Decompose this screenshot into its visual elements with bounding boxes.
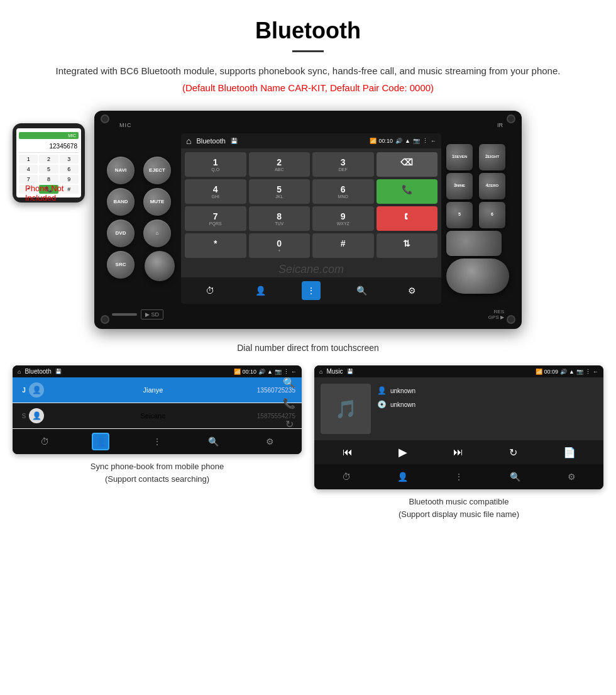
nav-clock-icon[interactable]: ⏱ bbox=[201, 281, 219, 300]
pb-letter-s: S bbox=[19, 413, 29, 420]
dial-key-hangup[interactable]: 🕻 bbox=[377, 206, 438, 231]
music-item: ⌂ Music 💾 📶 00:09 🔊 ▲ 📷 ⋮ ← 🎵 bbox=[314, 365, 603, 520]
pb-nav-search[interactable]: 🔍 bbox=[205, 433, 223, 450]
music-nav-clock[interactable]: ⏱ bbox=[338, 468, 355, 486]
pb-search-icon[interactable]: 🔍 bbox=[283, 377, 295, 389]
phone-key-3[interactable]: 3 bbox=[60, 155, 79, 164]
pb-home-icon[interactable]: ⌂ bbox=[18, 369, 21, 375]
btn-src[interactable]: SRC bbox=[107, 251, 135, 279]
dial-key-9[interactable]: 9WXYZ bbox=[312, 206, 374, 231]
btn-1-seven[interactable]: 1SEVEN bbox=[446, 144, 473, 170]
btn-band[interactable]: BAND bbox=[107, 188, 135, 216]
music-home-icon[interactable]: ⌂ bbox=[319, 369, 322, 375]
btn-6[interactable]: 6 bbox=[479, 202, 505, 228]
pb-nav-clock[interactable]: ⏱ bbox=[36, 433, 53, 450]
phone-key-1[interactable]: 1 bbox=[19, 155, 38, 164]
pb-refresh-icon[interactable]: ↻ bbox=[283, 418, 295, 430]
nav-settings-icon[interactable]: ⚙ bbox=[403, 281, 422, 300]
left-knob[interactable] bbox=[145, 251, 175, 281]
pb-back-icon[interactable]: ← bbox=[291, 369, 297, 375]
music-next-btn[interactable]: ⏭ bbox=[453, 447, 463, 458]
pb-name-seicane: Seicane bbox=[49, 412, 257, 420]
pb-app-name: Bluetooth bbox=[25, 368, 51, 375]
dial-key-transfer[interactable]: ⇅ bbox=[377, 233, 438, 258]
btn-4-zero[interactable]: 4ZERO bbox=[479, 173, 505, 199]
btn-eject[interactable]: EJECT bbox=[143, 157, 171, 184]
dial-key-5[interactable]: 5JKL bbox=[249, 179, 311, 204]
music-screenshot-icon: 📷 bbox=[576, 369, 583, 375]
pb-caption-sub: (Support contacts searching) bbox=[105, 474, 209, 484]
phone-key-6[interactable]: 6 bbox=[60, 165, 79, 174]
music-menu-icon: ⋮ bbox=[585, 369, 591, 375]
btn-5[interactable]: 5 bbox=[446, 202, 473, 228]
back-icon[interactable]: ← bbox=[431, 138, 436, 144]
btn-2-eight[interactable]: 2EIGHT bbox=[479, 144, 505, 170]
dial-key-2[interactable]: 2ABC bbox=[249, 152, 311, 177]
btn-home[interactable]: ⌂ bbox=[143, 220, 171, 247]
btn-navi[interactable]: NAVI bbox=[107, 157, 135, 184]
dial-key-0[interactable]: 0+ bbox=[249, 233, 311, 258]
phone-key-4[interactable]: 4 bbox=[19, 165, 38, 174]
music-back-icon[interactable]: ← bbox=[593, 369, 598, 375]
music-playlist-btn[interactable]: 📄 bbox=[563, 447, 576, 459]
dial-key-hash[interactable]: # bbox=[312, 233, 374, 258]
dial-key-delete[interactable]: ⌫ bbox=[377, 152, 438, 177]
phone-key-7[interactable]: 7 bbox=[19, 175, 38, 184]
dial-key-4[interactable]: 4GHI bbox=[185, 179, 246, 204]
phonebook-item: ⌂ Bluetooth 💾 📶 00:10 🔊 ▲ 📷 ⋮ ← J 👤 bbox=[13, 365, 302, 520]
page-note: (Default Bluetooth Name CAR-KIT, Default… bbox=[38, 82, 578, 93]
music-prev-btn[interactable]: ⏮ bbox=[343, 447, 353, 458]
music-media-icon: ▲ bbox=[569, 369, 575, 375]
phone-screen-header: MIC bbox=[19, 132, 79, 139]
btn-volume[interactable] bbox=[446, 231, 502, 256]
dial-key-1[interactable]: 1Q,O bbox=[185, 152, 246, 177]
music-volume-icon: 🔊 bbox=[560, 369, 567, 375]
dial-key-8[interactable]: 8TUV bbox=[249, 206, 311, 231]
right-knob[interactable] bbox=[446, 259, 509, 294]
btn-mute[interactable]: MUTE bbox=[143, 188, 171, 216]
pb-letter-j: J bbox=[19, 387, 29, 394]
music-nav-settings[interactable]: ⚙ bbox=[563, 468, 580, 486]
music-info: 👤 unknown 💿 unknown bbox=[377, 384, 597, 434]
dial-key-7[interactable]: 7PQRS bbox=[185, 206, 246, 231]
screen-sd-icon: 💾 bbox=[231, 138, 238, 144]
music-nav-search[interactable]: 🔍 bbox=[507, 468, 524, 486]
nav-search-icon[interactable]: 🔍 bbox=[352, 281, 371, 300]
right-buttons: 1SEVEN 2EIGHT 3NINE 4ZERO 5 6 bbox=[446, 144, 509, 294]
pb-contact-seicane[interactable]: S 👤 Seicane 15875554275 bbox=[13, 403, 302, 429]
music-nav-grid[interactable]: ⋮ bbox=[450, 468, 468, 486]
volume-icon: 🔊 bbox=[395, 138, 402, 144]
dial-key-star[interactable]: * bbox=[185, 233, 246, 258]
phone-key-2[interactable]: 2 bbox=[39, 155, 58, 164]
dial-key-call[interactable]: 📞 bbox=[377, 179, 438, 204]
pb-time: 00:10 bbox=[243, 369, 257, 375]
dial-key-3[interactable]: 3DEF bbox=[312, 152, 374, 177]
music-nav-person[interactable]: 👤 bbox=[393, 468, 411, 486]
slot-bar bbox=[112, 313, 137, 316]
res-gps-labels: RES GPS ▶ bbox=[488, 309, 504, 320]
phone-not-included-label: Phone Not Included bbox=[25, 184, 88, 203]
nav-grid-icon[interactable]: ⋮ bbox=[302, 281, 321, 300]
main-section: 📶 MIC 12345678 1 2 3 4 5 6 7 8 9 * 📞 # bbox=[0, 111, 616, 335]
pb-nav-person[interactable]: 👤 bbox=[92, 433, 109, 450]
music-disc-icon: 💿 bbox=[377, 400, 387, 409]
screen-home-icon[interactable]: ⌂ bbox=[186, 136, 191, 146]
pb-nav-grid[interactable]: ⋮ bbox=[148, 433, 166, 450]
nav-person-icon[interactable]: 👤 bbox=[251, 281, 270, 300]
music-repeat-btn[interactable]: ↻ bbox=[509, 447, 517, 459]
music-controls: ⏮ ▶ ⏭ ↻ 📄 bbox=[314, 440, 603, 464]
btn-3-nine[interactable]: 3NINE bbox=[446, 173, 473, 199]
btn-dvd[interactable]: DVD bbox=[107, 220, 135, 247]
phone-key-5[interactable]: 5 bbox=[39, 165, 58, 174]
media-icon: ▲ bbox=[405, 138, 410, 144]
phone-key-8[interactable]: 8 bbox=[39, 175, 58, 184]
pb-contact-jianye[interactable]: J 👤 Jianye 13560725235 bbox=[13, 377, 302, 403]
music-play-btn[interactable]: ▶ bbox=[399, 445, 407, 459]
pb-nav-settings[interactable]: ⚙ bbox=[261, 433, 278, 450]
dial-key-6[interactable]: 6MNO bbox=[312, 179, 374, 204]
unit-main: NAVI EJECT BAND MUTE DVD ⌂ SRC ⌂ Bluetoo… bbox=[107, 133, 509, 304]
music-artist: unknown bbox=[390, 387, 415, 394]
pb-call-icon[interactable]: 📞 bbox=[283, 398, 295, 409]
music-body: 🎵 👤 unknown 💿 unknown bbox=[314, 377, 603, 440]
phone-key-9[interactable]: 9 bbox=[60, 175, 79, 184]
